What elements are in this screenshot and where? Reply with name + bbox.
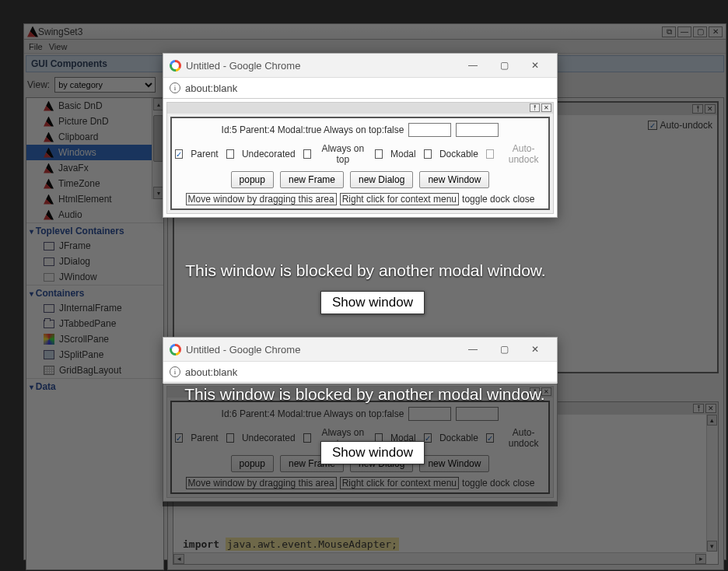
undecorated-checkbox[interactable] [226,433,234,443]
chrome-title: Untitled - Google Chrome [186,60,300,72]
minimize-button[interactable]: — [677,26,691,37]
always-on-top-checkbox[interactable] [303,149,311,159]
group-data[interactable]: Data [26,378,163,394]
chrome-inner-close-icon[interactable]: ✕ [541,103,551,112]
new-window-button[interactable]: new Window [419,455,489,472]
new-window-button[interactable]: new Window [419,171,489,188]
chrome-close-button[interactable]: ✕ [520,54,551,77]
close-button[interactable]: ✕ [709,26,723,37]
sidebar-item-timezone[interactable]: TimeZone [26,176,163,191]
window-icon [44,242,54,250]
auto-undock-checkbox[interactable] [486,433,494,443]
sidebar-item-basic-dnd[interactable]: Basic DnD [26,98,163,114]
sidebar-item-javafx[interactable]: JavaFx [26,160,163,176]
inner-close-icon[interactable]: ✕ [705,104,716,114]
text-field-2[interactable] [456,123,499,137]
sidebar-item-jframe[interactable]: JFrame [26,238,163,254]
code-hscrollbar[interactable]: ◂ ▸ [173,552,706,564]
text-field-1[interactable] [408,123,451,137]
group-toplevel-containers[interactable]: Toplevel Containers [26,222,163,238]
chrome-address-bar[interactable]: i about:blank [163,77,557,99]
undecorated-checkbox[interactable] [226,149,234,159]
drag-hint[interactable]: Move window by dragging this area [186,477,337,489]
chrome-maximize-button[interactable]: ▢ [488,338,520,361]
sidebar[interactable]: Basic DnD Picture DnD Clipboard Windows … [26,97,164,570]
view-select[interactable]: by category [54,77,156,93]
chrome-minimize-button[interactable]: — [457,54,488,77]
maximize-button[interactable]: ▢ [693,26,707,37]
scrollbar-arrow-right-icon[interactable]: ▸ [695,554,706,564]
scrollbar-arrow-up-icon[interactable]: ▴ [707,415,717,426]
chrome-address-bar[interactable]: i about:blank [163,361,557,383]
chrome-titlebar[interactable]: Untitled - Google Chrome — ▢ ✕ [163,338,557,361]
undock-button[interactable]: ⧉ [662,26,676,37]
sidebar-item-clipboard[interactable]: Clipboard [26,129,163,145]
new-frame-button[interactable]: new Frame [280,171,344,188]
sidebar-item-htmlelement[interactable]: HtmlElement [26,191,163,207]
code-close-icon[interactable]: ✕ [705,404,716,413]
always-on-top-checkbox[interactable] [303,433,311,443]
show-window-button[interactable]: Show window [320,441,425,464]
duke-icon [44,101,54,111]
modal-checkbox[interactable] [375,149,383,159]
sidebar-item-audio[interactable]: Audio [26,207,163,222]
menu-file[interactable]: File [29,42,43,51]
code-vscrollbar[interactable]: ▴ ▾ [706,415,718,552]
sidebar-item-jdialog[interactable]: JDialog [26,254,163,269]
sidebar-item-jinternalframe[interactable]: JInternalFrame [26,300,163,316]
context-hint[interactable]: Right click for context menu [340,477,459,489]
close-link[interactable]: close [513,478,534,489]
chrome-maximize-button[interactable]: ▢ [488,54,520,77]
popup-button[interactable]: popup [231,455,274,472]
code-undock-icon[interactable]: ⭱ [693,404,704,413]
scrollbar-arrow-down-icon[interactable]: ▾ [707,541,717,552]
sidebar-item-windows[interactable]: Windows [26,145,163,160]
inner-undock-icon[interactable]: ⭱ [692,104,703,114]
close-link[interactable]: close [513,194,534,205]
chrome-icon [170,60,181,72]
toggle-dock-link[interactable]: toggle dock [462,194,509,205]
sidebar-item-jscrollpane[interactable]: JScrollPane [26,331,163,347]
dockable-checkbox[interactable] [424,149,432,159]
chrome-minimize-button[interactable]: — [457,338,488,361]
check-row: Parent Undecorated Always on top Modal D… [175,143,545,165]
new-dialog-button[interactable]: new Dialog [350,171,413,188]
hint-row: Move window by dragging this area Right … [175,193,545,205]
sidebar-item-jsplitpane[interactable]: JSplitPane [26,347,163,363]
auto-undock-checkbox[interactable] [648,121,657,130]
sidebar-item-jwindow[interactable]: JWindow [26,269,163,285]
dockable-checkbox[interactable] [424,433,432,443]
window-icon [44,273,54,282]
text-field-2[interactable] [456,407,499,421]
grid-icon [44,366,54,375]
show-window-button[interactable]: Show window [320,291,425,314]
parent-checkbox[interactable] [175,433,183,443]
app-title: SwingSet3 [38,26,82,37]
sidebar-item-jtabbedpane[interactable]: JTabbedPane [26,316,163,331]
chrome-url: about:blank [185,82,237,94]
sidebar-item-picture-dnd[interactable]: Picture DnD [26,114,163,129]
panel-info-line: Id:6 Parent:4 Modal:true Always on top:f… [175,407,545,421]
info-icon[interactable]: i [170,82,180,93]
sidebar-scrollbar[interactable]: ▴ ▾ [152,98,163,199]
code-line: import java.awt.event.MouseAdapter; [178,538,404,550]
chrome-close-button[interactable]: ✕ [520,338,551,361]
scrollbar-arrow-left-icon[interactable]: ◂ [173,554,184,564]
drag-hint[interactable]: Move window by dragging this area [186,193,337,205]
duke-icon [44,163,54,173]
menu-view[interactable]: View [49,42,68,51]
parent-checkbox[interactable] [175,149,183,159]
chrome-titlebar[interactable]: Untitled - Google Chrome — ▢ ✕ [163,54,557,77]
context-hint[interactable]: Right click for context menu [340,193,459,205]
sidebar-item-gridbaglayout[interactable]: GridBagLayout [26,363,163,378]
duke-icon [44,117,54,127]
chrome-inner-undock-icon[interactable]: ⭱ [530,103,540,112]
text-field-1[interactable] [408,407,451,421]
modal-blocked-message: This window is blocked by another modal … [147,385,583,404]
chrome-inner-titlebar[interactable]: ⭱ ✕ [167,103,553,114]
main-titlebar[interactable]: SwingSet3 ⧉ — ▢ ✕ [24,24,726,40]
toggle-dock-link[interactable]: toggle dock [462,478,509,489]
info-icon[interactable]: i [170,366,180,377]
popup-button[interactable]: popup [231,171,274,188]
group-containers[interactable]: Containers [26,285,163,300]
